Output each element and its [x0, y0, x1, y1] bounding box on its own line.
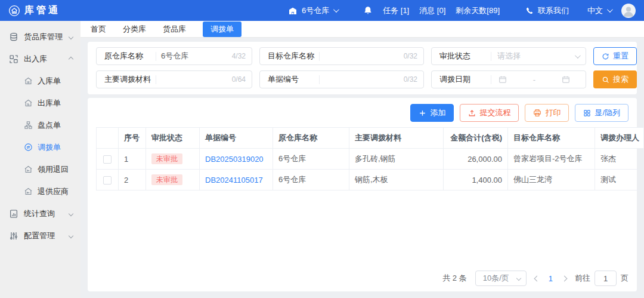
sidebar-group-configuration[interactable]: 配置管理	[0, 225, 80, 247]
goto-label: 前往	[575, 273, 590, 284]
days-remaining: 剩余天数[89]	[456, 5, 500, 16]
chevron-down-icon	[69, 211, 73, 216]
cell-source-warehouse: 6号仓库	[273, 149, 349, 170]
column-header-seq: 序号	[119, 128, 146, 149]
sidebar-item-requisition-return[interactable]: 领用退回	[0, 158, 80, 180]
chevron-down-icon	[333, 7, 339, 13]
filter-materials: 主要调拨材料 0/64	[96, 70, 252, 88]
cell-materials: 多孔砖,钢筋	[349, 149, 444, 170]
submit-flow-button[interactable]: 提交流程	[460, 104, 519, 122]
goto-page-input[interactable]	[595, 271, 617, 286]
main-layout: 货品库管理 出入库 入库单 出库单 盘点单	[0, 21, 644, 298]
notification-bell[interactable]	[363, 6, 373, 16]
sidebar-item-label: 入库单	[38, 76, 61, 87]
messages-link[interactable]: 消息 [0]	[419, 5, 445, 16]
sidebar-group-label: 出入库	[24, 54, 47, 64]
page-size-select[interactable]: 10条/页	[475, 271, 527, 286]
tab-transfer-order[interactable]: 调拨单	[203, 21, 242, 37]
search-button[interactable]: 搜索	[593, 70, 637, 88]
cell-materials: 钢筋,木板	[349, 170, 444, 191]
page-number[interactable]: 1	[547, 274, 554, 283]
total-count: 共 2 条	[442, 273, 466, 284]
requisition-return-icon	[24, 165, 33, 174]
filter-label: 主要调拨材料	[97, 74, 156, 85]
chevron-up-icon	[69, 56, 73, 61]
filter-panel: 原仓库名称 4/32 目标仓库名称 0/32 审批状态 请选择	[88, 42, 637, 94]
calendar-icon	[562, 75, 570, 84]
materials-input[interactable]	[156, 75, 232, 84]
tab-goods-library[interactable]: 货品库	[163, 24, 186, 35]
reset-button[interactable]: 重置	[593, 47, 637, 65]
sidebar-item-stocktake[interactable]: 盘点单	[0, 114, 80, 136]
sidebar-group-label: 货品库管理	[24, 32, 63, 42]
print-button[interactable]: 打印	[525, 104, 569, 122]
sidebar-item-supplier-return[interactable]: 退供应商	[0, 180, 80, 202]
sidebar-item-label: 盘点单	[38, 120, 61, 131]
doc-number-input[interactable]	[320, 75, 404, 84]
sidebar-item-transfer[interactable]: 调拨单	[0, 136, 80, 158]
chevron-down-icon	[69, 233, 73, 238]
date-range-picker[interactable]: -	[491, 75, 586, 84]
home-logo-icon	[8, 5, 20, 17]
chevron-down-icon	[69, 34, 73, 39]
row-checkbox[interactable]	[103, 155, 112, 164]
supplier-return-icon	[24, 187, 33, 196]
tasks-link[interactable]: 任务 [1]	[383, 5, 409, 16]
statistics-icon	[9, 209, 18, 219]
warehouse-selector[interactable]: 6号仓库	[288, 5, 338, 16]
cell-amount: 1,400.00	[444, 170, 508, 191]
column-header-source: 原仓库名称	[273, 128, 349, 149]
sidebar-item-outbound[interactable]: 出库单	[0, 92, 80, 114]
user-avatar[interactable]	[621, 4, 636, 18]
sidebar-item-label: 退供应商	[38, 186, 69, 197]
tab-home[interactable]: 首页	[91, 24, 106, 35]
sidebar-group-in-out[interactable]: 出入库	[0, 48, 80, 70]
table-row: 2 未审批 DB20241105017 6号仓库 钢筋,木板 1,400.00 …	[97, 170, 644, 191]
tab-category-library[interactable]: 分类库	[123, 24, 146, 35]
header-actions: 6号仓库 任务 [1] 消息 [0] 剩余天数[89] 联系我们 中文	[288, 4, 636, 18]
data-table: 序号 审批状态 单据编号 原仓库名称 主要调拨材料 金额合计(含税) 目标仓库名…	[96, 127, 628, 265]
filter-approval-status[interactable]: 审批状态 请选择	[431, 47, 586, 65]
sidebar-item-inbound[interactable]: 入库单	[0, 70, 80, 92]
sidebar-group-label: 统计查询	[24, 208, 55, 219]
column-header-status: 审批状态	[146, 128, 200, 149]
bell-icon	[363, 6, 373, 16]
upload-icon	[468, 109, 476, 117]
source-warehouse-input[interactable]	[156, 52, 232, 61]
status-badge: 未审批	[151, 153, 182, 164]
tab-bar: 首页 分类库 货品库 调拨单	[80, 21, 644, 38]
show-hide-columns-button[interactable]: 显/隐列	[575, 104, 628, 122]
filter-target-warehouse: 目标仓库名称 0/32	[259, 47, 424, 65]
cell-handler: 测试	[595, 170, 644, 191]
language-selector[interactable]: 中文	[587, 5, 611, 16]
doc-no-link[interactable]: DB20250319020	[205, 155, 264, 164]
transfer-icon	[24, 143, 33, 152]
doc-no-link[interactable]: DB20241105017	[205, 176, 263, 185]
prev-page-button[interactable]	[534, 275, 540, 281]
page-unit-label: 页	[621, 273, 628, 284]
top-header: 库管通 6号仓库 任务 [1] 消息 [0] 剩余天数[89] 联	[0, 0, 644, 21]
filter-row-1: 原仓库名称 4/32 目标仓库名称 0/32 审批状态 请选择	[96, 47, 628, 65]
cell-amount: 26,000.00	[444, 149, 508, 170]
cell-seq: 1	[119, 149, 146, 170]
add-button[interactable]: 添加	[410, 104, 454, 122]
chevron-down-icon	[516, 276, 521, 281]
contact-us-link[interactable]: 联系我们	[525, 5, 569, 16]
filter-label: 目标仓库名称	[260, 51, 319, 62]
target-warehouse-input[interactable]	[320, 52, 404, 61]
filter-transfer-date: 调拨日期 -	[431, 70, 586, 88]
goto-page-group: 前往 页	[575, 271, 628, 286]
date-range-separator: -	[533, 75, 535, 84]
next-page-button[interactable]	[562, 275, 568, 281]
row-checkbox[interactable]	[103, 176, 112, 185]
sidebar-group-statistics[interactable]: 统计查询	[0, 202, 80, 225]
cell-handler: 张杰	[595, 149, 644, 170]
sidebar-group-goods-library[interactable]: 货品库管理	[0, 26, 80, 48]
cell-target-warehouse: 佛山三龙湾	[508, 170, 595, 191]
inbound-doc-icon	[24, 76, 33, 85]
char-counter: 0/64	[232, 75, 252, 84]
char-counter: 4/32	[232, 52, 252, 60]
filter-doc-number: 单据编号 0/32	[259, 70, 424, 88]
column-header-doc-no: 单据编号	[200, 128, 273, 149]
phone-icon	[525, 7, 534, 15]
